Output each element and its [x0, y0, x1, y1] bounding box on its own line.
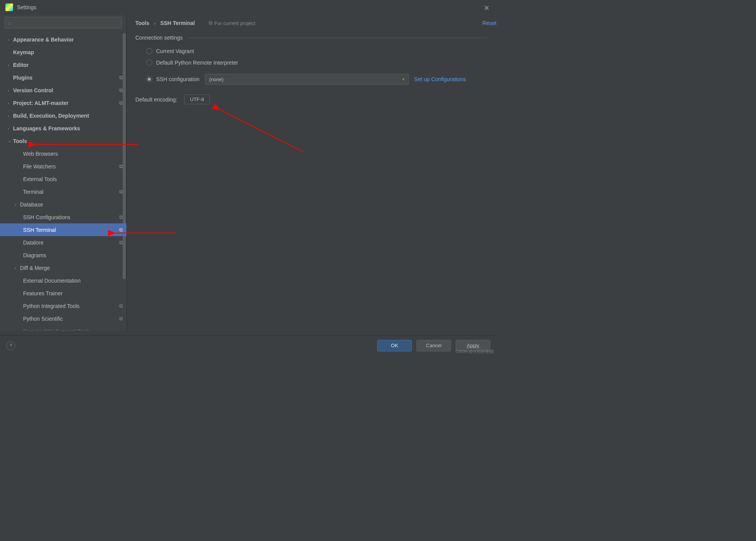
sidebar-item-ssh-configurations[interactable]: SSH Configurations⧉ — [0, 211, 127, 223]
breadcrumb-leaf: SSH Terminal — [160, 20, 195, 26]
sidebar-item-label: Python Integrated Tools — [23, 303, 80, 309]
sidebar-item-label: Database — [20, 201, 43, 208]
encoding-label: Default encoding: — [135, 97, 177, 103]
chevron-right-icon: › — [8, 101, 13, 105]
chevron-down-icon: ⌄ — [8, 138, 13, 143]
sidebar-item-editor[interactable]: ›Editor — [0, 58, 127, 71]
sidebar-item-datalore[interactable]: Datalore⧉ — [0, 236, 127, 249]
sidebar-item-py-integrated[interactable]: Python Integrated Tools⧉ — [0, 300, 127, 312]
chevron-down-icon: ▼ — [401, 77, 405, 82]
help-button[interactable]: ? — [6, 341, 15, 350]
sidebar-item-label: Python Scientific — [23, 316, 63, 322]
sidebar-item-ext-docs[interactable]: External Documentation — [0, 274, 127, 287]
sidebar-item-remote-ssh-ext[interactable]: Remote SSH External Tools — [0, 325, 127, 331]
radio-ssh-configuration[interactable]: SSH configuration — [146, 76, 200, 82]
ssh-config-dropdown[interactable]: (none) ▼ — [205, 74, 409, 85]
watermark: CSDN @太阳好刺眼 — [456, 349, 494, 355]
encoding-dropdown[interactable]: UTF-8 — [184, 95, 210, 104]
radio-current-vagrant[interactable]: Current Vagrant — [146, 45, 488, 57]
sidebar-item-diagrams[interactable]: Diagrams — [0, 249, 127, 261]
chevron-right-icon: › — [15, 266, 20, 270]
sidebar-item-keymap[interactable]: Keymap — [0, 46, 127, 58]
sidebar-item-label: Remote SSH External Tools — [23, 328, 90, 331]
chevron-right-icon: › — [8, 113, 13, 118]
per-project-icon: ⧉ — [119, 163, 123, 170]
sidebar-item-plugins[interactable]: Plugins⧉ — [0, 71, 127, 84]
sidebar-item-database[interactable]: ›Database — [0, 198, 127, 211]
close-icon[interactable]: ✕ — [484, 4, 490, 12]
search-icon: ⌕ — [8, 20, 11, 26]
chevron-right-icon: › — [15, 202, 20, 207]
window-title: Settings — [17, 4, 37, 10]
sidebar-item-appearance[interactable]: ›Appearance & Behavior — [0, 33, 127, 46]
breadcrumb: Tools › SSH Terminal ⧉ For current proje… — [135, 15, 488, 32]
radio-icon — [146, 48, 152, 54]
sidebar-item-label: Tools — [13, 138, 27, 144]
sidebar-item-label: Editor — [13, 62, 28, 68]
cancel-button[interactable]: Cancel — [416, 340, 451, 351]
section-title: Connection settings — [135, 35, 183, 41]
sidebar-item-label: Web Browsers — [23, 151, 58, 157]
sidebar-item-label: External Tools — [23, 176, 57, 182]
sidebar-item-label: Plugins — [13, 75, 33, 81]
radio-label: SSH configuration — [156, 76, 200, 82]
per-project-icon: ⧉ — [119, 87, 123, 93]
per-project-icon: ⧉ — [119, 100, 123, 106]
sidebar-item-label: Appearance & Behavior — [13, 37, 74, 43]
chevron-right-icon: › — [154, 20, 155, 26]
reset-link[interactable]: Reset — [482, 20, 496, 26]
sidebar-item-label: Keymap — [13, 49, 34, 55]
titlebar: Settings ✕ — [0, 0, 496, 15]
breadcrumb-root[interactable]: Tools — [135, 20, 149, 26]
sidebar: ⌕ ›Appearance & Behavior Keymap ›Editor … — [0, 15, 127, 331]
scope-label: For current project — [215, 20, 255, 26]
sidebar-item-tools[interactable]: ⌄Tools — [0, 135, 127, 147]
connection-radios: Current Vagrant Default Python Remote In… — [135, 41, 488, 85]
button-label: Cancel — [426, 343, 441, 348]
button-label: Apply — [467, 343, 480, 348]
sidebar-item-external-tools[interactable]: External Tools — [0, 173, 127, 185]
sidebar-item-label: External Documentation — [23, 278, 80, 284]
sidebar-item-label: Terminal — [23, 189, 43, 195]
divider — [187, 38, 488, 38]
setup-configurations-link[interactable]: Set up Configurations — [414, 76, 466, 82]
sidebar-item-py-scientific[interactable]: Python Scientific⧉ — [0, 312, 127, 325]
annotation-arrow — [215, 106, 311, 158]
sidebar-item-ssh-terminal[interactable]: SSH Terminal⧉ — [0, 223, 127, 236]
footer: ? OK Cancel Apply — [0, 335, 496, 355]
sidebar-item-project[interactable]: ›Project: ALMT-master⧉ — [0, 97, 127, 109]
search-input[interactable]: ⌕ — [5, 17, 122, 28]
sidebar-item-label: Build, Execution, Deployment — [13, 113, 89, 119]
sidebar-item-label: File Watchers — [23, 163, 56, 170]
sidebar-item-vcs[interactable]: ›Version Control⧉ — [0, 84, 127, 97]
sidebar-item-features-trainer[interactable]: Features Trainer — [0, 287, 127, 300]
sidebar-item-label: Datalore — [23, 240, 43, 246]
sidebar-item-label: Diff & Merge — [20, 265, 50, 271]
sidebar-item-build[interactable]: ›Build, Execution, Deployment — [0, 109, 127, 122]
encoding-row: Default encoding: UTF-8 — [135, 95, 488, 104]
per-project-icon: ⧉ — [119, 227, 123, 233]
radio-icon — [146, 60, 152, 66]
svg-line-5 — [219, 109, 304, 152]
radio-default-interpreter[interactable]: Default Python Remote Interpreter — [146, 57, 488, 68]
sidebar-item-label: SSH Configurations — [23, 214, 70, 220]
per-project-icon: ⧉ — [119, 214, 123, 220]
button-label: OK — [391, 343, 398, 348]
sidebar-item-languages[interactable]: ›Languages & Frameworks — [0, 122, 127, 135]
sidebar-item-diff-merge[interactable]: ›Diff & Merge — [0, 261, 127, 274]
per-project-icon: ⧉ — [119, 316, 123, 322]
sidebar-item-label: Features Trainer — [23, 290, 63, 296]
settings-tree: ›Appearance & Behavior Keymap ›Editor Pl… — [0, 32, 127, 331]
app-icon — [5, 3, 13, 11]
chevron-right-icon: › — [8, 126, 13, 131]
sidebar-item-label: Version Control — [13, 87, 53, 93]
main-area: ⌕ ›Appearance & Behavior Keymap ›Editor … — [0, 15, 496, 331]
sidebar-item-terminal[interactable]: Terminal⧉ — [0, 185, 127, 198]
section-connection: Connection settings — [135, 35, 488, 41]
per-project-icon: ⧉ — [119, 303, 123, 309]
sidebar-item-file-watchers[interactable]: File Watchers⧉ — [0, 160, 127, 173]
ok-button[interactable]: OK — [377, 340, 412, 351]
sidebar-item-label: Languages & Frameworks — [13, 125, 80, 132]
sidebar-item-web-browsers[interactable]: Web Browsers — [0, 147, 127, 160]
per-project-icon: ⧉ — [119, 189, 123, 195]
